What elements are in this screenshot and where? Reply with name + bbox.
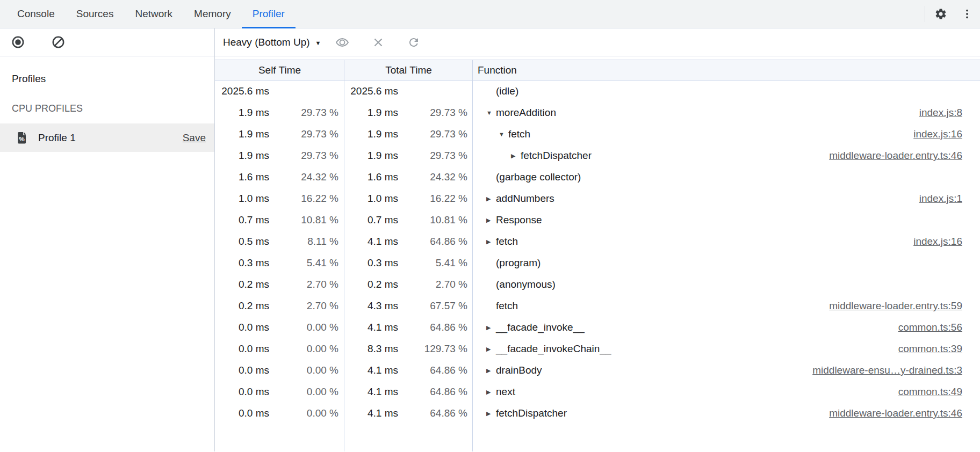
source-link[interactable]: common.ts:39 (888, 343, 962, 355)
self-time-percent: 2.70 % (269, 300, 338, 312)
self-time-cell: 0.0 ms0.00 % (215, 364, 344, 376)
self-time-percent: 0.00 % (269, 343, 338, 355)
clear-icon[interactable] (49, 33, 67, 51)
total-time-percent: 10.81 % (398, 214, 467, 226)
collapse-arrow-icon[interactable]: ▼ (499, 131, 508, 137)
profiles-title: Profiles (12, 73, 214, 84)
expand-arrow-icon[interactable]: ▶ (486, 346, 496, 353)
self-time-ms: 0.3 ms (215, 257, 269, 269)
function-cell: (garbage collector) (473, 171, 980, 183)
total-time-ms: 4.1 ms (344, 407, 398, 419)
function-cell: (program) (473, 257, 980, 269)
source-link[interactable]: middleware-ensu…y-drained.ts:3 (802, 364, 962, 376)
self-time-percent: 10.81 % (269, 214, 338, 226)
self-time-percent: 2.70 % (269, 279, 338, 290)
table-row[interactable]: 0.0 ms0.00 %8.3 ms129.73 %▶__facade_invo… (215, 338, 980, 360)
function-cell: ▶addNumbersindex.js:1 (473, 193, 980, 205)
expand-arrow-icon[interactable]: ▶ (486, 367, 496, 374)
function-cell: ▶drainBodymiddleware-ensu…y-drained.ts:3 (473, 364, 980, 376)
source-link[interactable]: middleware-loader.entry.ts:46 (818, 150, 962, 162)
total-time-ms: 4.1 ms (344, 322, 398, 333)
record-icon[interactable] (9, 33, 27, 51)
tab-console[interactable]: Console (6, 0, 66, 28)
table-row[interactable]: 0.5 ms8.11 %4.1 ms64.86 %▶fetchindex.js:… (215, 231, 980, 252)
self-time-percent: 16.22 % (269, 193, 338, 205)
three-dot-menu-icon[interactable] (960, 6, 975, 21)
source-link[interactable]: index.js:16 (903, 128, 962, 140)
table-row[interactable]: 1.9 ms29.73 %1.9 ms29.73 %▼fetchindex.js… (215, 123, 980, 145)
profile-name: Profile 1 (38, 132, 76, 144)
table-row[interactable]: 0.0 ms0.00 %4.1 ms64.86 %▶fetchDispatche… (215, 403, 980, 424)
source-link[interactable]: middleware-loader.entry.ts:46 (818, 407, 962, 419)
restore-refresh-icon[interactable] (406, 34, 422, 50)
table-row[interactable]: 0.3 ms5.41 %0.3 ms5.41 %(program) (215, 252, 980, 274)
self-time-percent: 0.00 % (269, 364, 338, 376)
tab-profiler[interactable]: Profiler (242, 0, 296, 28)
data-grid-body: 2025.6 ms2025.6 ms(idle)1.9 ms29.73 %1.9… (215, 81, 980, 424)
source-link[interactable]: common.ts:56 (888, 322, 962, 333)
table-row[interactable]: 1.9 ms29.73 %1.9 ms29.73 %▼moreAdditioni… (215, 102, 980, 123)
table-row[interactable]: 0.2 ms2.70 %0.2 ms2.70 %(anonymous) (215, 274, 980, 295)
total-time-percent: 64.86 % (398, 407, 467, 419)
table-row[interactable]: 1.0 ms16.22 %1.0 ms16.22 %▶addNumbersind… (215, 188, 980, 209)
table-row[interactable]: 0.0 ms0.00 %4.1 ms64.86 %▶__facade_invok… (215, 317, 980, 338)
focus-eye-icon[interactable] (334, 34, 351, 51)
self-time-ms: 0.2 ms (215, 300, 269, 312)
total-time-ms: 8.3 ms (344, 343, 398, 355)
devtools-tab-bar: Console Sources Network Memory Profiler (0, 0, 980, 28)
tab-memory[interactable]: Memory (183, 0, 242, 28)
column-header-function[interactable]: Function (473, 60, 980, 80)
expand-arrow-icon[interactable]: ▶ (486, 324, 496, 331)
tab-sources[interactable]: Sources (66, 0, 125, 28)
table-row[interactable]: 0.7 ms10.81 %0.7 ms10.81 %▶Response (215, 209, 980, 231)
total-time-cell: 8.3 ms129.73 % (344, 343, 473, 355)
table-row[interactable]: 2025.6 ms2025.6 ms(idle) (215, 81, 980, 102)
total-time-ms: 0.7 ms (344, 214, 398, 226)
cpu-profiles-section-title: CPU PROFILES (12, 103, 214, 114)
table-row[interactable]: 1.9 ms29.73 %1.9 ms29.73 %▶fetchDispatch… (215, 145, 980, 166)
profiler-panel: Profiles CPU PROFILES % Profile 1 Save H… (0, 28, 980, 451)
settings-gear-icon[interactable] (933, 6, 949, 22)
self-time-cell: 0.7 ms10.81 % (215, 214, 344, 226)
self-time-cell: 0.5 ms8.11 % (215, 236, 344, 247)
function-cell: ▶__facade_invokeChain__common.ts:39 (473, 343, 980, 355)
source-link[interactable]: middleware-loader.entry.ts:59 (818, 300, 962, 312)
table-row[interactable]: 1.6 ms24.32 %1.6 ms24.32 %(garbage colle… (215, 166, 980, 188)
self-time-cell: 0.0 ms0.00 % (215, 322, 344, 333)
profile-list-item[interactable]: % Profile 1 Save (0, 123, 214, 152)
expand-arrow-icon[interactable]: ▶ (486, 195, 496, 202)
self-time-cell: 1.9 ms29.73 % (215, 128, 344, 140)
source-link[interactable]: index.js:1 (909, 193, 962, 205)
table-row[interactable]: 0.0 ms0.00 %4.1 ms64.86 %▶drainBodymiddl… (215, 360, 980, 381)
exclude-x-icon[interactable] (370, 34, 386, 50)
source-link[interactable]: common.ts:49 (888, 386, 962, 398)
column-header-self-time[interactable]: Self Time (215, 60, 344, 80)
self-time-percent: 5.41 % (269, 257, 338, 269)
self-time-ms: 0.0 ms (215, 322, 269, 333)
table-row[interactable]: 0.0 ms0.00 %4.1 ms64.86 %▶nextcommon.ts:… (215, 381, 980, 403)
column-header-total-time[interactable]: Total Time (344, 60, 473, 80)
expand-arrow-icon[interactable]: ▶ (511, 152, 521, 159)
total-time-percent: 64.86 % (398, 236, 467, 247)
source-link[interactable]: index.js:8 (909, 107, 962, 119)
expand-arrow-icon[interactable]: ▶ (486, 410, 496, 417)
tab-network[interactable]: Network (124, 0, 183, 28)
self-time-ms: 1.9 ms (215, 128, 269, 140)
save-profile-link[interactable]: Save (183, 132, 206, 144)
total-time-percent: 29.73 % (398, 150, 467, 162)
table-row[interactable]: 0.2 ms2.70 %4.3 ms67.57 %fetchmiddleware… (215, 295, 980, 317)
source-link[interactable]: index.js:16 (903, 236, 962, 247)
view-mode-label: Heavy (Bottom Up) (223, 37, 310, 48)
total-time-ms: 0.2 ms (344, 279, 398, 290)
function-name: next (496, 386, 515, 398)
self-time-percent: 29.73 % (269, 150, 338, 162)
collapse-arrow-icon[interactable]: ▼ (486, 110, 496, 116)
function-cell: fetchmiddleware-loader.entry.ts:59 (473, 300, 980, 312)
expand-arrow-icon[interactable]: ▶ (486, 217, 496, 224)
view-mode-dropdown[interactable]: Heavy (Bottom Up) ▼ (223, 37, 321, 48)
self-time-cell: 1.6 ms24.32 % (215, 171, 344, 183)
total-time-ms: 4.1 ms (344, 386, 398, 398)
expand-arrow-icon[interactable]: ▶ (486, 389, 496, 396)
profiles-sidebar-toolbar (0, 28, 214, 56)
expand-arrow-icon[interactable]: ▶ (486, 238, 496, 245)
